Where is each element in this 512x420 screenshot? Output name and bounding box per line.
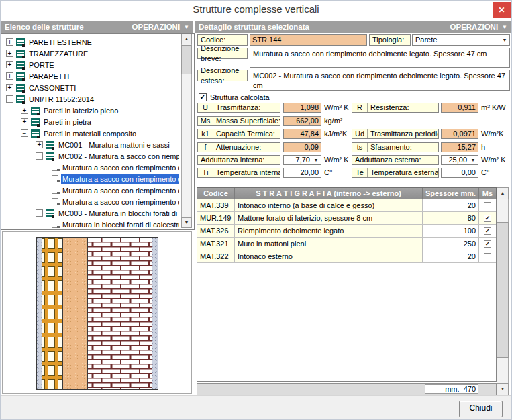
tree-item-muratura-sacco-1[interactable]: Muratura a sacco con riempimento deb <box>2 162 179 173</box>
ms-checkbox[interactable]: ✓ <box>484 240 491 248</box>
temperatura-interna-label-text: Temperatura interna: <box>213 168 280 177</box>
cell-descrizione: Intonaco esterno <box>235 250 423 262</box>
trasmittanza-unit: W/m² K <box>324 103 349 113</box>
tree-item-pareti-materiali-composito[interactable]: − Pareti in materiali composito <box>2 127 179 139</box>
descrizione-estesa-label: Descrizione estesa: <box>197 70 248 81</box>
scroll-down-icon[interactable]: ▼ <box>181 217 192 228</box>
structure-category-icon <box>31 107 40 115</box>
adduttanza-interna-label-text: Adduttanza interna: <box>198 156 264 164</box>
structure-category-icon <box>46 152 54 160</box>
scroll-up-icon[interactable]: ▲ <box>497 187 509 199</box>
tree-item-pareti-pietra[interactable]: + Pareti in pietra <box>2 116 179 127</box>
total-thickness-value: 470 <box>464 385 476 393</box>
temperatura-interna-unit: C° <box>324 168 332 178</box>
chiudi-button[interactable]: Chiudi <box>459 401 503 417</box>
tree-item-muratura-sacco-4[interactable]: Muratura a sacco con riempimento deb <box>2 196 179 207</box>
table-row[interactable]: MAT.339 Intonaco interno (a base di calc… <box>197 199 496 212</box>
table-row[interactable]: MAT.321 Muro in mattoni pieni 250 ✓ <box>197 238 496 250</box>
tipologia-select[interactable]: Parete ▼ <box>412 34 510 46</box>
expand-plus-icon[interactable]: + <box>6 50 13 57</box>
expand-plus-icon[interactable]: + <box>6 72 13 80</box>
cell-spessore: 20 <box>423 199 479 211</box>
ms-checkbox[interactable] <box>484 202 491 209</box>
ms-checkbox[interactable] <box>484 253 491 260</box>
scroll-down-icon[interactable]: ▼ <box>497 383 509 395</box>
tree-item-muratura-blocchi[interactable]: Muratura in blocchi forati di calcestruz… <box>2 219 179 230</box>
attenuazione-label: f Attenuazione: <box>197 142 280 152</box>
adduttanza-esterna-select[interactable]: 25,00 ▼ <box>441 155 478 165</box>
table-row-selected[interactable]: MUR.149 Mattone forato di laterizio, spe… <box>197 212 496 225</box>
tree-item-mc001[interactable]: + MC001 - Muratura mattoni e sassi <box>2 139 179 150</box>
descrizione-breve-label: Descrizione breve: <box>197 48 248 59</box>
tree-item-uni-tr-11552[interactable]: − UNI/TR 11552:2014 <box>2 93 179 105</box>
temperatura-esterna-label: Te Temperatura esterna: <box>352 168 439 178</box>
trasmittanza-periodica-label: Ud Trasmittanza periodica: <box>352 129 439 139</box>
descrizione-breve-label-text: Descrizione breve: <box>201 44 244 64</box>
tree-item-muratura-sacco-3[interactable]: Muratura a sacco con riempimento deb <box>2 185 179 196</box>
right-operations-menu[interactable]: OPERAZIONI ▼ <box>450 23 507 31</box>
tree-item-pareti-laterizio-pieno[interactable]: + Pareti in laterizio pieno <box>2 105 179 116</box>
massa-superficiale-unit: kg/m² <box>324 116 343 126</box>
adduttanza-interna-value: 7,70 <box>284 156 311 164</box>
descrizione-estesa-field[interactable]: MC002 - Muratura a sacco con riempimento… <box>250 70 510 91</box>
collapse-minus-icon[interactable]: − <box>36 152 43 160</box>
collapse-minus-icon[interactable]: − <box>36 209 43 217</box>
structure-category-icon <box>46 209 54 217</box>
temperatura-interna-value[interactable]: 20,00 <box>283 168 321 178</box>
tree-item-mc002[interactable]: − MC002 - Muratura a sacco con riempimen <box>2 150 179 162</box>
tree-item-label: CASSONETTI <box>28 83 77 93</box>
struttura-calcolata-checkbox[interactable]: ✓ <box>199 93 207 101</box>
tree-item-pareti-esterne[interactable]: + PARETI ESTERNE <box>2 36 179 48</box>
cell-codice: MUR.149 <box>197 212 235 224</box>
tree-scrollbar-thumb[interactable] <box>181 45 192 74</box>
temperatura-interna-label: Ti Temperatura interna: <box>197 168 280 178</box>
left-operations-menu[interactable]: OPERAZIONI ▼ <box>132 23 189 31</box>
tree-item-tramezzature[interactable]: + TRAMEZZATURE <box>2 48 179 59</box>
right-operations-label: OPERAZIONI <box>450 23 499 31</box>
column-header-stratigrafia: S T R A T I G R A F I A (interno -> este… <box>235 188 423 199</box>
adduttanza-esterna-label: Adduttanza esterna: <box>352 155 439 165</box>
ms-checkbox[interactable]: ✓ <box>484 215 491 222</box>
adduttanza-interna-select[interactable]: 7,70 ▼ <box>283 155 321 165</box>
expand-plus-icon[interactable]: + <box>21 118 28 125</box>
descrizione-breve-field[interactable]: Muratura a sacco con riempimento debolme… <box>250 48 510 68</box>
close-icon[interactable]: ✕ <box>493 2 511 18</box>
collapse-minus-icon[interactable]: − <box>21 129 28 137</box>
layer-mattoni-pieni <box>88 238 152 390</box>
ms-checkbox[interactable]: ✓ <box>484 227 491 235</box>
temperatura-esterna-value[interactable]: 0,00 <box>441 168 478 178</box>
trasmittanza-periodica-value: 0,0971 <box>441 129 478 139</box>
total-bar: mm. 470 <box>197 383 497 395</box>
temperatura-esterna-unit: C° <box>481 168 489 178</box>
expand-plus-icon[interactable]: + <box>36 141 43 148</box>
structure-category-icon <box>16 50 25 58</box>
sfasamento-label-text: Sfasamento: <box>368 143 412 152</box>
massa-superficiale-label: Ms Massa Superficiale: <box>197 116 280 126</box>
tree-item-label: PORTE <box>28 60 56 70</box>
expand-plus-icon[interactable]: + <box>6 61 13 68</box>
adduttanza-interna-label: Adduttanza interna: <box>197 155 280 165</box>
column-header-spessore: Spessore mm. <box>423 188 479 199</box>
table-row[interactable]: MAT.322 Intonaco esterno 20 <box>197 250 496 263</box>
tree-item-parapetti[interactable]: + PARAPETTI <box>2 70 179 82</box>
resistenza-unit: m² K/W <box>481 103 506 113</box>
tree-item-muratura-sacco-2-selected[interactable]: Muratura a sacco con riempimento deb <box>2 173 179 185</box>
collapse-minus-icon[interactable]: − <box>6 95 13 103</box>
tree-item-porte[interactable]: + PORTE <box>2 59 179 70</box>
tree-item-label: Pareti in laterizio pieno <box>42 106 119 115</box>
adduttanza-esterna-unit: W/m² K <box>481 155 506 165</box>
expand-plus-icon[interactable]: + <box>6 84 13 91</box>
table-row[interactable]: MAT.326 Riempimento debolmente legato 10… <box>197 225 496 238</box>
expand-plus-icon[interactable]: + <box>6 38 13 46</box>
structures-dialog: Strutture complesse verticali ✕ Elenco d… <box>0 0 512 420</box>
table-scrollbar-thumb[interactable] <box>497 222 509 358</box>
tree-item-cassonetti[interactable]: + CASSONETTI <box>2 82 179 93</box>
chevron-down-icon: ▼ <box>468 158 478 162</box>
scroll-up-icon[interactable]: ▲ <box>181 34 192 44</box>
struttura-calcolata-label: Struttura calcolata <box>210 93 270 101</box>
codice-field: STR.144 <box>250 34 367 46</box>
resistenza-symbol: R <box>352 103 368 112</box>
cell-descrizione: Mattone forato di laterizio, spessore 8 … <box>235 212 423 224</box>
expand-plus-icon[interactable]: + <box>21 107 28 114</box>
tree-item-mc003[interactable]: − MC003 - Muratura in blocchi forati di … <box>2 207 179 219</box>
